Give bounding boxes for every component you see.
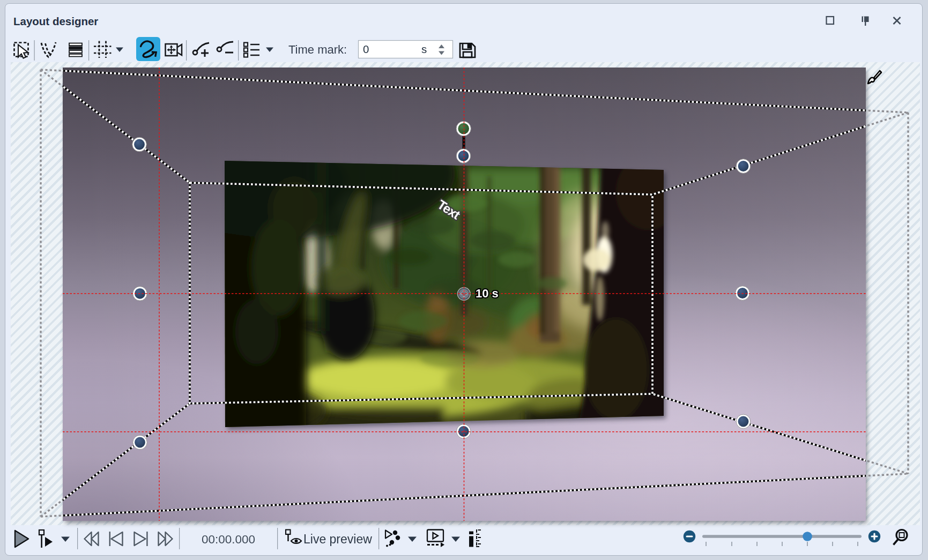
svg-text:0: 0	[363, 43, 369, 55]
svg-text:00:00.000: 00:00.000	[202, 533, 255, 546]
svg-text:s: s	[421, 43, 427, 55]
svg-text:Live preview: Live preview	[303, 532, 372, 546]
svg-text:Time mark:: Time mark:	[288, 43, 347, 56]
